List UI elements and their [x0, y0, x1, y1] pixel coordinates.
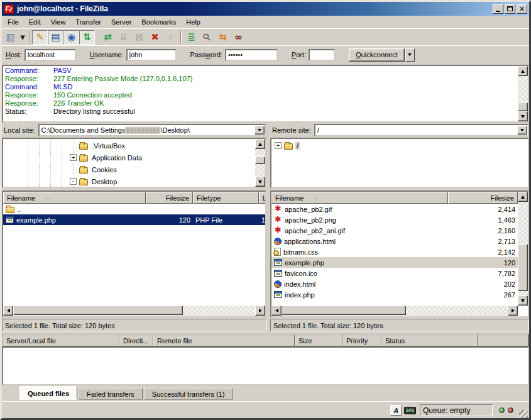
local-path-combobox[interactable]: C:\Documents and Settings\Desktop\	[38, 124, 266, 136]
column-header-filesize[interactable]: Filesize	[448, 192, 518, 204]
toggle-remote-tree-button[interactable]: ◉	[63, 30, 79, 45]
maximize-button[interactable]	[505, 4, 515, 14]
column-header-remote-file[interactable]: Remote file	[153, 334, 295, 346]
tree-expander[interactable]: +	[275, 142, 282, 149]
scroll-down-button[interactable]	[518, 111, 528, 121]
quickconnect-dropdown-button[interactable]	[405, 48, 415, 62]
scroll-thumb[interactable]	[282, 306, 406, 315]
menu-bookmarks[interactable]: Bookmarks	[136, 17, 181, 27]
scroll-track[interactable]	[518, 202, 528, 296]
file-row[interactable]: index.html202	[271, 279, 518, 289]
column-header-size[interactable]: Size	[295, 334, 342, 346]
file-row[interactable]: example.php120	[271, 257, 518, 268]
column-header-priority[interactable]: Priority	[342, 334, 381, 346]
toggle-queue-button[interactable]: ⇅	[79, 30, 95, 45]
menu-view[interactable]: View	[46, 17, 71, 27]
file-row[interactable]: favicon.ico7,782	[271, 268, 518, 279]
scroll-down-button[interactable]	[255, 177, 265, 187]
toggle-message-log-button[interactable]: ✎	[32, 30, 48, 45]
quickconnect-button[interactable]: Quickconnect	[349, 48, 405, 62]
scroll-right-button[interactable]	[508, 306, 518, 316]
scroll-down-button[interactable]	[518, 296, 528, 306]
titlebar[interactable]: Fz john@localhost - FileZilla ✕	[2, 2, 529, 16]
tree-item[interactable]: +.VirtualBox	[3, 140, 265, 152]
scroll-thumb[interactable]	[518, 102, 528, 111]
local-path-dropdown-button[interactable]	[255, 126, 265, 135]
column-header-filetype[interactable]: Filetype	[193, 192, 259, 204]
file-row[interactable]: example.php120PHP File1	[3, 214, 265, 225]
scroll-up-button[interactable]	[518, 192, 528, 202]
host-input[interactable]	[25, 49, 76, 61]
queue-body[interactable]	[2, 346, 529, 385]
remote-path-dropdown-button[interactable]	[517, 126, 527, 135]
tree-item[interactable]: +Application Data	[3, 152, 265, 163]
file-search-button[interactable]: ⚲	[199, 30, 215, 45]
menu-edit[interactable]: Edit	[24, 17, 46, 27]
file-row[interactable]: ✱apache_pb2.png1,463	[271, 214, 518, 225]
scroll-left-button[interactable]	[271, 306, 282, 316]
scroll-thumb[interactable]	[518, 244, 528, 291]
menu-help[interactable]: Help	[181, 17, 205, 27]
column-header-filesize[interactable]: Filesize	[146, 192, 193, 204]
message-log-scrollbar[interactable]	[518, 66, 528, 121]
tree-item[interactable]: -Desktop	[3, 175, 265, 187]
username-input[interactable]	[126, 49, 177, 61]
scroll-track[interactable]	[282, 306, 508, 316]
scroll-up-button[interactable]	[518, 66, 528, 76]
remote-path-combobox[interactable]: /	[314, 124, 529, 136]
local-tree-scrollbar[interactable]	[255, 139, 265, 187]
site-manager-dropdown[interactable]: ▾	[18, 30, 27, 45]
scroll-track[interactable]	[255, 149, 265, 177]
scroll-up-button[interactable]	[255, 139, 265, 149]
file-row[interactable]: applications.html2,713	[271, 236, 518, 246]
remote-horizontal-scrollbar[interactable]	[271, 306, 518, 316]
process-queue-button[interactable]: ⇊	[116, 30, 131, 45]
minimize-button[interactable]	[493, 4, 503, 14]
port-input[interactable]	[309, 49, 335, 61]
data-type-icon[interactable]: A	[390, 405, 402, 416]
scroll-thumb[interactable]	[255, 157, 265, 164]
remote-vertical-scrollbar[interactable]	[518, 192, 528, 306]
close-button[interactable]: ✕	[517, 4, 527, 14]
sync-browse-button[interactable]: ⇆	[215, 30, 231, 45]
scroll-track[interactable]	[518, 76, 528, 111]
tab-successful-transfers-1-[interactable]: Successful transfers (1)	[144, 388, 233, 400]
file-row[interactable]: ✱apache_pb2.gif2,414	[271, 204, 518, 214]
column-header-l[interactable]: L	[259, 192, 265, 204]
tree-expander[interactable]: +	[70, 154, 77, 161]
column-header-blank[interactable]	[478, 334, 528, 346]
tab-failed-transfers[interactable]: Failed transfers	[79, 388, 143, 400]
tree-item[interactable]: +/	[271, 140, 528, 152]
column-header-directi-[interactable]: Directi...	[119, 334, 153, 346]
column-header-server-local-file[interactable]: Server/Local file	[3, 334, 119, 346]
file-row[interactable]: ..	[3, 204, 265, 214]
scroll-thumb[interactable]	[13, 306, 183, 315]
resize-grip[interactable]	[519, 410, 528, 419]
file-row[interactable]: bitnami.css2,142	[271, 246, 518, 257]
column-header-filename[interactable]: Filename	[271, 192, 448, 204]
refresh-button[interactable]: ⇄	[100, 30, 116, 45]
find-button[interactable]: ∞	[231, 30, 246, 45]
menu-transfer[interactable]: Transfer	[70, 17, 106, 27]
column-header-status[interactable]: Status	[381, 334, 478, 346]
column-header-filename[interactable]: Filename	[3, 192, 146, 204]
password-input[interactable]	[225, 49, 278, 61]
cancel-operation-button[interactable]: ⊠	[131, 30, 147, 45]
local-horizontal-scrollbar[interactable]	[3, 306, 265, 316]
scroll-left-button[interactable]	[3, 306, 13, 316]
tab-queued-files[interactable]: Queued files	[19, 386, 77, 400]
file-row[interactable]: index.php267	[271, 289, 518, 300]
menu-server[interactable]: Server	[106, 17, 136, 27]
scroll-track[interactable]	[13, 306, 255, 316]
menu-file[interactable]: File	[3, 17, 24, 27]
reconnect-button[interactable]: ✧	[163, 30, 178, 45]
tree-expander[interactable]: -	[70, 178, 77, 185]
site-manager-button[interactable]: ▥	[3, 30, 18, 45]
filter-button[interactable]: ≣	[183, 30, 199, 45]
file-row[interactable]: ✱apache_pb2_ani.gif2,160	[271, 225, 518, 236]
speed-limits-icon[interactable]: SPD	[404, 407, 416, 414]
tree-item[interactable]: +Cookies	[3, 163, 265, 175]
disconnect-button[interactable]: ✖	[147, 30, 163, 45]
toggle-local-tree-button[interactable]: ▤	[48, 30, 63, 45]
scroll-right-button[interactable]	[255, 306, 265, 316]
